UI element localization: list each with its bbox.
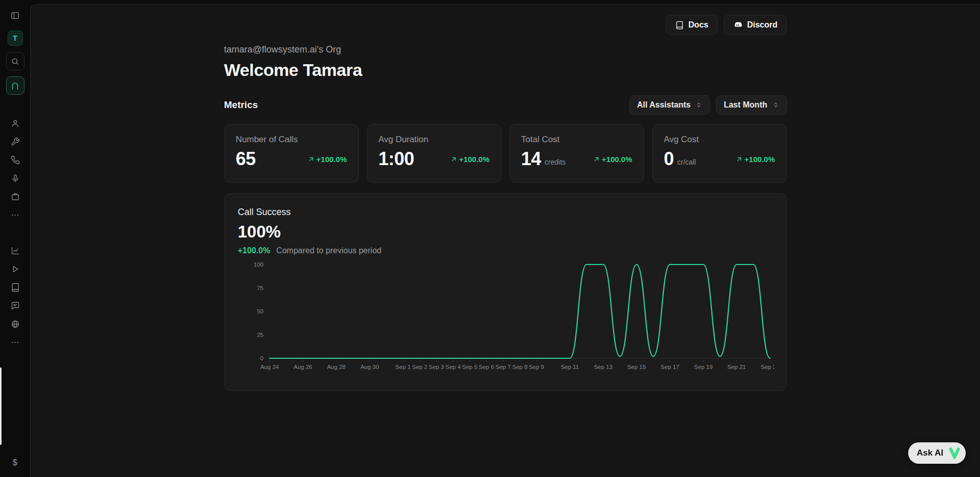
- metrics-section-title: Metrics: [224, 99, 258, 111]
- call-success-card: Call Success 100% +100.0% Compared to pr…: [224, 193, 787, 391]
- sidebar-item-home[interactable]: [6, 76, 24, 95]
- sidebar-item-web[interactable]: [8, 317, 22, 331]
- metric-delta: +100.0%: [593, 155, 632, 164]
- metric-card-avg-cost: Avg Cost 0 cr/call +100.0%: [652, 124, 787, 183]
- search-button[interactable]: [6, 52, 24, 70]
- sidebar-toggle-button[interactable]: [8, 8, 22, 22]
- svg-text:75: 75: [257, 285, 263, 291]
- vapi-logo-icon: [948, 446, 961, 460]
- metrics-filters: All Assistants Last Month: [629, 95, 787, 115]
- svg-text:Sep 19: Sep 19: [694, 364, 712, 370]
- metric-delta-text: +100.0%: [459, 155, 490, 164]
- sidebar-item-tools[interactable]: [8, 135, 22, 149]
- topbar: Docs Discord: [224, 15, 787, 35]
- sidebar-item-docs[interactable]: [8, 280, 22, 295]
- period-filter-dropdown[interactable]: Last Month: [716, 95, 786, 115]
- call-success-value: 100%: [238, 223, 773, 241]
- svg-text:Sep 17: Sep 17: [660, 364, 679, 370]
- svg-text:Sep 9: Sep 9: [528, 364, 544, 370]
- app-root: T: [0, 0, 980, 477]
- svg-text:Aug 24: Aug 24: [260, 364, 279, 370]
- svg-text:25: 25: [257, 332, 263, 338]
- trend-up-icon: [307, 155, 315, 163]
- sidebar-item-voice[interactable]: [8, 171, 22, 186]
- sidebar-item-billing[interactable]: $: [8, 456, 22, 470]
- call-success-title: Call Success: [238, 207, 773, 218]
- svg-text:Aug 30: Aug 30: [360, 364, 379, 370]
- sidebar-group-observe: ⋯: [8, 244, 22, 350]
- sidebar-group-build: ⋯: [8, 116, 22, 222]
- sidebar-item-assistants[interactable]: [8, 116, 22, 130]
- org-name: tamara@flowsystem.ai's Org: [224, 44, 787, 55]
- svg-text:Aug 26: Aug 26: [294, 364, 312, 370]
- sidebar-more-bottom-button[interactable]: ⋯: [8, 335, 22, 350]
- svg-text:Sep 3: Sep 3: [429, 364, 444, 370]
- svg-text:Sep 23: Sep 23: [760, 364, 774, 370]
- svg-text:0: 0: [260, 355, 263, 361]
- search-icon: [11, 57, 19, 66]
- left-scrollbar-thumb[interactable]: [0, 367, 2, 445]
- docs-button-label: Docs: [688, 20, 708, 30]
- metric-delta-text: +100.0%: [316, 155, 347, 164]
- assistants-filter-label: All Assistants: [637, 100, 691, 110]
- sidebar-item-logs[interactable]: [8, 299, 22, 313]
- sidebar-item-files[interactable]: [8, 190, 22, 204]
- metric-unit: cr/call: [677, 158, 696, 168]
- panel-left-icon: [10, 11, 20, 20]
- svg-text:Sep 21: Sep 21: [727, 364, 746, 370]
- phone-icon: [11, 155, 20, 165]
- metric-delta: +100.0%: [450, 155, 490, 164]
- metric-card-avg-duration: Avg Duration 1:00 +100.0%: [367, 124, 501, 183]
- trend-up-icon: [593, 155, 600, 163]
- chevrons-up-down-icon: [772, 101, 779, 109]
- discord-icon: [733, 20, 743, 30]
- ask-ai-label: Ask AI: [917, 448, 943, 458]
- metric-unit: credits: [545, 158, 566, 168]
- trend-up-icon: [450, 155, 458, 163]
- org-avatar[interactable]: T: [8, 31, 23, 46]
- discord-button[interactable]: Discord: [724, 15, 787, 35]
- metric-delta: +100.0%: [307, 155, 347, 164]
- svg-text:Sep 13: Sep 13: [594, 364, 612, 370]
- metric-card-number-of-calls: Number of Calls 65 +100.0%: [224, 124, 359, 183]
- svg-text:Sep 15: Sep 15: [627, 364, 645, 370]
- svg-text:Sep 8: Sep 8: [512, 364, 527, 370]
- svg-text:50: 50: [257, 308, 263, 314]
- wrench-icon: [11, 137, 20, 146]
- main-panel: Docs Discord tamara@flowsystem.ai's Org …: [30, 4, 980, 477]
- sidebar-item-metrics[interactable]: [8, 244, 22, 258]
- svg-text:Sep 4: Sep 4: [445, 364, 461, 370]
- svg-text:Sep 2: Sep 2: [412, 364, 427, 370]
- assistants-filter-dropdown[interactable]: All Assistants: [629, 95, 710, 115]
- docs-button[interactable]: Docs: [666, 15, 718, 35]
- ask-ai-button[interactable]: Ask AI: [908, 442, 966, 464]
- svg-text:Sep 1: Sep 1: [395, 364, 410, 370]
- metric-delta-text: +100.0%: [602, 155, 632, 164]
- period-filter-label: Last Month: [724, 100, 767, 110]
- trend-up-icon: [735, 155, 743, 163]
- metric-label: Avg Duration: [379, 135, 490, 145]
- discord-button-label: Discord: [747, 20, 778, 30]
- call-success-delta: +100.0%: [238, 246, 271, 255]
- docs-book-icon: [675, 21, 684, 30]
- content-column: Docs Discord tamara@flowsystem.ai's Org …: [224, 5, 787, 391]
- home-icon: [11, 82, 19, 90]
- metric-delta: +100.0%: [735, 155, 775, 164]
- metric-delta-text: +100.0%: [745, 155, 775, 164]
- metrics-header-row: Metrics All Assistants Last Month: [224, 95, 787, 115]
- svg-text:Sep 11: Sep 11: [561, 364, 579, 370]
- sidebar-item-phone-numbers[interactable]: [8, 153, 22, 167]
- svg-text:Aug 28: Aug 28: [327, 364, 345, 370]
- metric-label: Total Cost: [521, 135, 632, 145]
- sidebar-more-top-button[interactable]: ⋯: [8, 208, 22, 222]
- user-icon: [11, 119, 20, 128]
- metric-value: 0: [664, 150, 674, 168]
- svg-text:Sep 7: Sep 7: [495, 364, 511, 370]
- briefcase-icon: [11, 192, 20, 201]
- metric-label: Avg Cost: [664, 135, 775, 145]
- svg-text:Sep 6: Sep 6: [479, 364, 494, 370]
- sidebar-item-test[interactable]: [8, 262, 22, 276]
- chevrons-up-down-icon: [695, 101, 702, 109]
- metric-value: 1:00: [379, 150, 414, 168]
- play-icon: [11, 264, 20, 274]
